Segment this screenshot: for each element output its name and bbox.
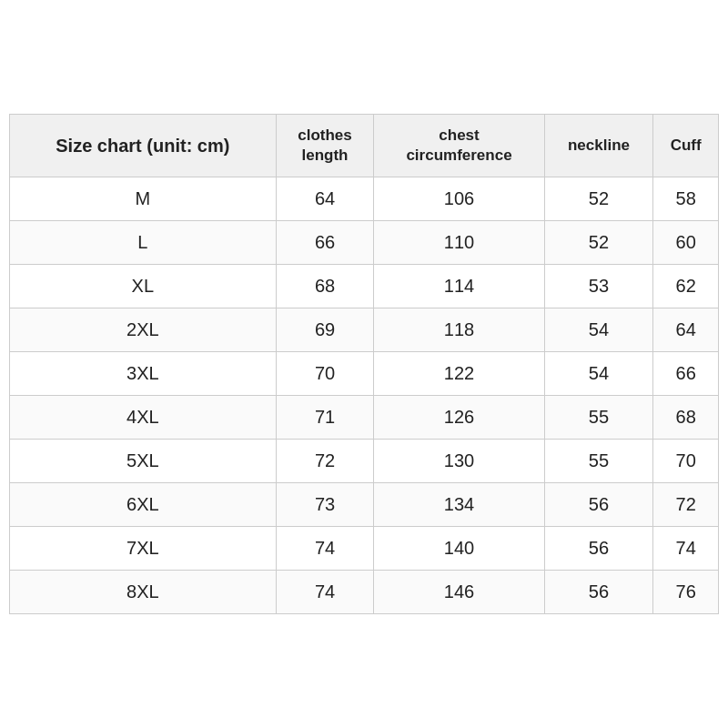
table-row: 5XL721305570 <box>10 440 719 483</box>
cell-clothes_length: 74 <box>276 527 374 571</box>
cell-clothes_length: 73 <box>276 483 374 527</box>
cell-chest_circumference: 122 <box>374 352 544 396</box>
cell-size: 2XL <box>10 308 277 352</box>
cell-size: L <box>10 221 277 265</box>
cell-neckline: 56 <box>544 571 653 614</box>
cell-clothes_length: 69 <box>276 308 374 352</box>
cell-size: 6XL <box>10 483 277 527</box>
cell-clothes_length: 64 <box>276 177 374 221</box>
cell-clothes_length: 71 <box>276 396 374 440</box>
table-row: 3XL701225466 <box>10 352 719 396</box>
cell-cuff: 58 <box>653 177 719 221</box>
table-row: M641065258 <box>10 177 719 221</box>
cell-chest_circumference: 106 <box>374 177 544 221</box>
table-header-row: Size chart (unit: cm) clotheslength ches… <box>10 114 719 177</box>
cell-neckline: 52 <box>544 177 653 221</box>
cell-size: M <box>10 177 277 221</box>
cell-neckline: 54 <box>544 352 653 396</box>
cell-cuff: 62 <box>653 265 719 308</box>
table-row: 2XL691185464 <box>10 308 719 352</box>
cell-chest_circumference: 118 <box>374 308 544 352</box>
col-header-clothes-length: clotheslength <box>276 114 374 177</box>
cell-size: 5XL <box>10 440 277 483</box>
cell-neckline: 55 <box>544 440 653 483</box>
cell-clothes_length: 74 <box>276 571 374 614</box>
cell-cuff: 66 <box>653 352 719 396</box>
cell-cuff: 60 <box>653 221 719 265</box>
cell-size: XL <box>10 265 277 308</box>
cell-chest_circumference: 126 <box>374 396 544 440</box>
cell-size: 8XL <box>10 571 277 614</box>
cell-cuff: 76 <box>653 571 719 614</box>
cell-clothes_length: 66 <box>276 221 374 265</box>
cell-chest_circumference: 130 <box>374 440 544 483</box>
col-header-cuff: Cuff <box>653 114 719 177</box>
table-row: 8XL741465676 <box>10 571 719 614</box>
cell-chest_circumference: 140 <box>374 527 544 571</box>
col-header-chest-circumference: chestcircumference <box>374 114 544 177</box>
cell-neckline: 56 <box>544 527 653 571</box>
cell-cuff: 64 <box>653 308 719 352</box>
cell-cuff: 74 <box>653 527 719 571</box>
table-row: XL681145362 <box>10 265 719 308</box>
table-row: 6XL731345672 <box>10 483 719 527</box>
cell-cuff: 72 <box>653 483 719 527</box>
cell-chest_circumference: 146 <box>374 571 544 614</box>
col-header-neckline: neckline <box>544 114 653 177</box>
table-row: L661105260 <box>10 221 719 265</box>
cell-clothes_length: 70 <box>276 352 374 396</box>
cell-size: 7XL <box>10 527 277 571</box>
col-header-size: Size chart (unit: cm) <box>10 114 277 177</box>
cell-size: 3XL <box>10 352 277 396</box>
cell-chest_circumference: 114 <box>374 265 544 308</box>
table-row: 7XL741405674 <box>10 527 719 571</box>
table-row: 4XL711265568 <box>10 396 719 440</box>
size-chart-table: Size chart (unit: cm) clotheslength ches… <box>9 114 719 614</box>
cell-neckline: 55 <box>544 396 653 440</box>
cell-neckline: 53 <box>544 265 653 308</box>
cell-cuff: 68 <box>653 396 719 440</box>
cell-size: 4XL <box>10 396 277 440</box>
size-chart-wrapper: Size chart (unit: cm) clotheslength ches… <box>9 114 719 614</box>
cell-clothes_length: 72 <box>276 440 374 483</box>
cell-chest_circumference: 134 <box>374 483 544 527</box>
cell-chest_circumference: 110 <box>374 221 544 265</box>
cell-cuff: 70 <box>653 440 719 483</box>
cell-clothes_length: 68 <box>276 265 374 308</box>
cell-neckline: 56 <box>544 483 653 527</box>
cell-neckline: 52 <box>544 221 653 265</box>
cell-neckline: 54 <box>544 308 653 352</box>
